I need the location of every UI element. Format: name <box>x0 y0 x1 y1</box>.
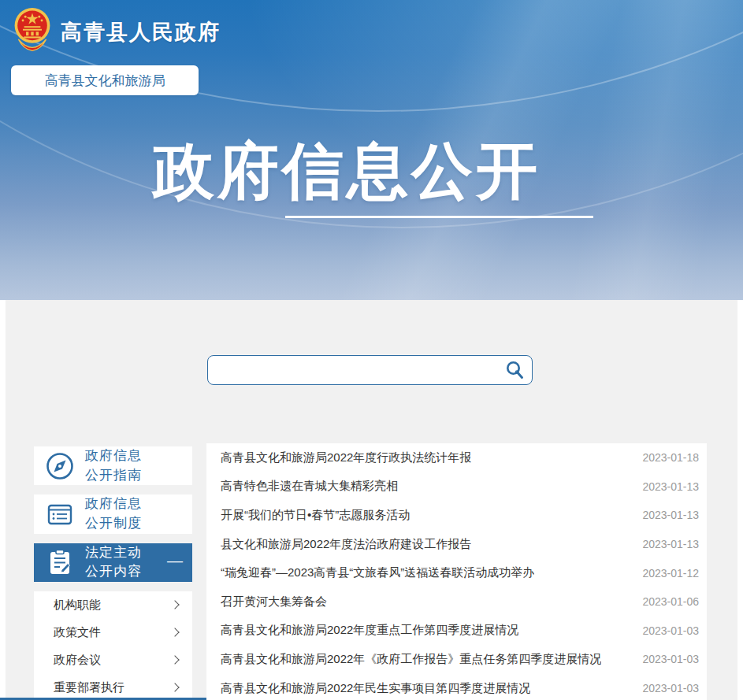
submenu-item-agency-functions[interactable]: 机构职能 <box>34 591 192 619</box>
news-item[interactable]: “瑞兔迎春”—2023高青县“文旅春风”送福送春联活动成功举办 2023-01-… <box>206 558 707 587</box>
news-title-link[interactable]: 县文化和旅游局2022年度法治政府建设工作报告 <box>221 537 471 552</box>
search-box <box>207 355 533 385</box>
chevron-right-icon <box>170 683 179 692</box>
document-list-icon <box>45 499 75 529</box>
search-button[interactable] <box>497 356 532 384</box>
news-title-link[interactable]: 高青县文化和旅游局2022年民生实事项目第四季度进展情况 <box>221 681 530 696</box>
sidebar-item-label: 政府信息 公开指南 <box>85 446 142 485</box>
page-title: 政府信息公开 <box>0 131 693 213</box>
news-title-link[interactable]: 高青县文化和旅游局2022年度重点工作第四季度进展情况 <box>221 623 518 638</box>
news-title-link[interactable]: 高青县文化和旅游局2022年度行政执法统计年报 <box>221 450 471 465</box>
news-item[interactable]: 高青县文化和旅游局2022年《政府工作报告》重点任务第四季度进展情况 2023-… <box>206 645 707 674</box>
sidebar: 政府信息 公开指南 政府信息 公开制度 <box>34 446 192 700</box>
chevron-right-icon <box>170 601 179 609</box>
news-title-link[interactable]: 召开黄河大集筹备会 <box>221 594 327 609</box>
news-date: 2023-01-03 <box>642 624 699 637</box>
news-date: 2023-01-03 <box>642 653 699 665</box>
submenu-label: 机构职能 <box>54 598 101 613</box>
content-area: 政府信息 公开指南 政府信息 公开制度 <box>6 300 737 700</box>
sidebar-item-gov-info-system[interactable]: 政府信息 公开制度 <box>34 494 192 533</box>
news-date: 2023-01-06 <box>642 595 699 608</box>
news-item[interactable]: 高青县文化和旅游局2022年度行政执法统计年报 2023-01-18 <box>206 443 707 472</box>
news-date: 2023-01-03 <box>642 682 699 694</box>
sidebar-item-label: 法定主动 公开内容 <box>85 543 142 582</box>
search-magnifier-icon <box>504 360 525 380</box>
department-button[interactable]: 高青县文化和旅游局 <box>11 65 199 95</box>
sidebar-item-gov-info-guide[interactable]: 政府信息 公开指南 <box>34 446 192 485</box>
compass-icon <box>45 451 75 481</box>
news-title-link[interactable]: 高青特色非遗在青城大集精彩亮相 <box>221 479 398 494</box>
sidebar-submenu: 机构职能 政策文件 政府会议 重要部署执行 <box>34 591 192 700</box>
news-list: 高青县文化和旅游局2022年度行政执法统计年报 2023-01-18 高青特色非… <box>206 443 707 700</box>
news-date: 2023-01-13 <box>642 538 699 550</box>
news-date: 2023-01-18 <box>642 451 699 464</box>
news-date: 2023-01-13 <box>642 509 699 521</box>
submenu-item-key-deployments[interactable]: 重要部署执行 <box>34 674 192 700</box>
collapse-minus-icon[interactable]: — <box>167 554 183 569</box>
title-underline <box>285 216 593 218</box>
news-title-link[interactable]: 开展“我们的节日•春节”志愿服务活动 <box>221 508 410 523</box>
news-date: 2023-01-12 <box>642 567 699 580</box>
news-item[interactable]: 开展“我们的节日•春节”志愿服务活动 2023-01-13 <box>206 501 707 530</box>
news-item[interactable]: 召开黄河大集筹备会 2023-01-06 <box>206 587 707 617</box>
site-brand[interactable]: 高青县人民政府 <box>13 6 221 54</box>
national-emblem-icon <box>13 6 51 54</box>
news-item[interactable]: 高青县文化和旅游局2022年民生实事项目第四季度进展情况 2023-01-03 <box>206 674 707 700</box>
news-item[interactable]: 县文化和旅游局2022年度法治政府建设工作报告 2023-01-13 <box>206 530 707 559</box>
submenu-label: 政府会议 <box>54 653 101 668</box>
submenu-item-gov-meetings[interactable]: 政府会议 <box>34 646 192 674</box>
clipboard-pencil-icon <box>45 547 75 577</box>
sidebar-item-statutory-disclosure[interactable]: 法定主动 公开内容 — <box>34 543 192 582</box>
news-item[interactable]: 高青特色非遗在青城大集精彩亮相 2023-01-13 <box>206 472 707 502</box>
news-item[interactable]: 高青县文化和旅游局2022年度重点工作第四季度进展情况 2023-01-03 <box>206 617 707 646</box>
chevron-right-icon <box>170 628 179 637</box>
submenu-label: 政策文件 <box>54 625 101 640</box>
news-title-link[interactable]: 高青县文化和旅游局2022年《政府工作报告》重点任务第四季度进展情况 <box>221 652 601 667</box>
news-date: 2023-01-13 <box>642 480 699 493</box>
header-banner: 高青县人民政府 高青县文化和旅游局 政府信息公开 <box>0 0 743 300</box>
site-title: 高青县人民政府 <box>61 18 221 46</box>
sidebar-item-label: 政府信息 公开制度 <box>85 494 142 533</box>
search-input[interactable] <box>208 356 497 384</box>
submenu-label: 重要部署执行 <box>54 680 124 695</box>
news-title-link[interactable]: “瑞兔迎春”—2023高青县“文旅春风”送福送春联活动成功举办 <box>221 565 534 580</box>
chevron-right-icon <box>170 656 179 665</box>
submenu-item-policy-documents[interactable]: 政策文件 <box>34 619 192 646</box>
